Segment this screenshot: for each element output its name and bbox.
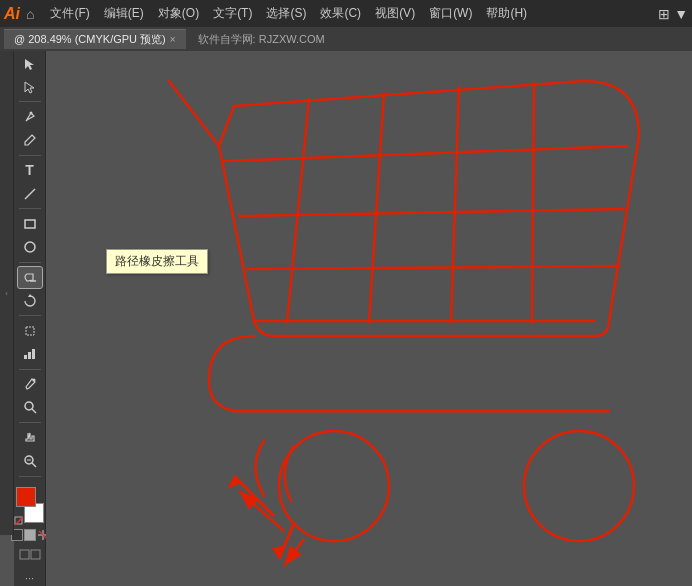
tab-label: @ 208.49% (CMYK/GPU 预览) xyxy=(14,32,166,47)
zoom-tool[interactable] xyxy=(18,397,42,418)
tab-close-button[interactable]: × xyxy=(170,34,176,45)
svg-line-20 xyxy=(234,81,584,106)
toolbar-collapse-arrow[interactable]: ‹ xyxy=(0,51,14,535)
svg-line-26 xyxy=(532,83,534,323)
workspace-switcher-icon[interactable]: ⊞ ▼ xyxy=(658,6,688,22)
color-swatch-area xyxy=(14,485,46,526)
reset-colors-icon[interactable] xyxy=(14,515,24,525)
svg-rect-7 xyxy=(24,355,27,359)
svg-marker-39 xyxy=(227,476,241,489)
svg-rect-6 xyxy=(26,327,34,335)
website-label: 软件自学网: RJZXW.COM xyxy=(198,32,325,47)
svg-point-33 xyxy=(524,431,634,541)
svg-rect-19 xyxy=(31,550,40,559)
free-transform-tool[interactable] xyxy=(18,320,42,341)
svg-marker-5 xyxy=(28,294,32,297)
svg-point-11 xyxy=(25,402,33,410)
svg-line-24 xyxy=(369,93,384,323)
artboard-mode-icon[interactable] xyxy=(19,549,41,568)
fill-color-swatch[interactable] xyxy=(16,487,36,507)
menu-window[interactable]: 窗口(W) xyxy=(423,3,478,24)
rectangle-tool[interactable] xyxy=(18,213,42,234)
rotate-tool[interactable] xyxy=(18,290,42,311)
svg-line-23 xyxy=(287,99,309,323)
svg-line-1 xyxy=(25,189,35,199)
menu-bar: Ai ⌂ 文件(F) 编辑(E) 对象(O) 文字(T) 选择(S) 效果(C)… xyxy=(0,0,692,27)
main-area: ‹ T xyxy=(0,51,692,586)
svg-line-22 xyxy=(219,106,234,146)
svg-rect-8 xyxy=(28,352,31,359)
svg-point-3 xyxy=(25,242,35,252)
menu-object[interactable]: 对象(O) xyxy=(152,3,205,24)
tooltip: 路径橡皮擦工具 xyxy=(106,249,208,274)
mode-icons xyxy=(11,529,49,541)
svg-line-29 xyxy=(247,266,619,269)
menu-help[interactable]: 帮助(H) xyxy=(480,3,533,24)
line-tool[interactable] xyxy=(18,183,42,204)
menu-file[interactable]: 文件(F) xyxy=(44,3,95,24)
svg-line-27 xyxy=(224,146,627,161)
selection-tool[interactable] xyxy=(18,53,42,74)
zoom-view-tool[interactable] xyxy=(18,450,42,471)
tab-bar: @ 208.49% (CMYK/GPU 预览) × 软件自学网: RJZXW.C… xyxy=(0,27,692,51)
left-toolbar: T xyxy=(14,51,46,586)
home-icon[interactable]: ⌂ xyxy=(26,6,34,22)
hand-tool[interactable] xyxy=(18,427,42,448)
menu-select[interactable]: 选择(S) xyxy=(260,3,312,24)
graph-tool[interactable] xyxy=(18,343,42,364)
menu-text[interactable]: 文字(T) xyxy=(207,3,258,24)
type-tool[interactable]: T xyxy=(18,160,42,181)
svg-line-30 xyxy=(169,81,219,146)
svg-line-12 xyxy=(32,409,36,413)
svg-marker-41 xyxy=(272,545,286,559)
svg-rect-9 xyxy=(32,349,35,359)
svg-line-25 xyxy=(451,87,459,323)
menu-edit[interactable]: 编辑(E) xyxy=(98,3,150,24)
canvas-area[interactable]: .cart-line { stroke: #e02000; stroke-wid… xyxy=(46,51,692,586)
drawing-svg: .cart-line { stroke: #e02000; stroke-wid… xyxy=(46,51,692,586)
document-tab[interactable]: @ 208.49% (CMYK/GPU 预览) × xyxy=(4,29,186,49)
app-logo: Ai xyxy=(4,5,20,23)
menu-view[interactable]: 视图(V) xyxy=(369,3,421,24)
svg-point-10 xyxy=(32,379,35,382)
direct-selection-tool[interactable] xyxy=(18,76,42,97)
svg-point-32 xyxy=(279,431,389,541)
eyedropper-tool[interactable] xyxy=(18,374,42,395)
ellipse-tool[interactable] xyxy=(18,237,42,258)
more-tools-button[interactable]: ··· xyxy=(25,572,34,584)
menu-effect[interactable]: 效果(C) xyxy=(314,3,367,24)
pencil-tool[interactable] xyxy=(18,130,42,151)
svg-point-0 xyxy=(29,112,32,115)
svg-rect-2 xyxy=(25,220,35,228)
svg-rect-18 xyxy=(20,550,29,559)
mask-mode-icon[interactable] xyxy=(24,529,36,541)
path-eraser-tool[interactable] xyxy=(18,267,42,288)
svg-line-14 xyxy=(32,463,36,467)
pen-tool[interactable] xyxy=(18,106,42,127)
svg-line-34 xyxy=(239,491,284,531)
